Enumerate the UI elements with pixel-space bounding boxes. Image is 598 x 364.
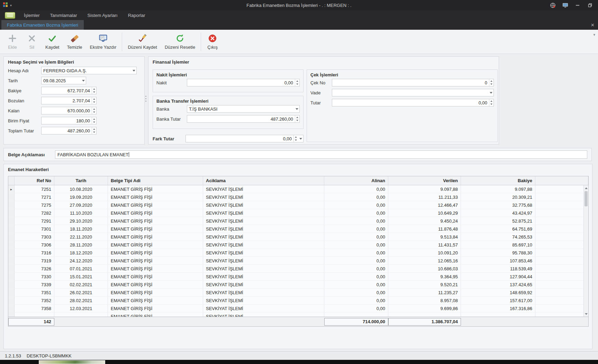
column-header-belge-tipi-adi[interactable]: Belge Tipi Adi	[108, 176, 203, 185]
cell-belge-tipi-adi: EMANET GİRİŞ FİŞİ	[108, 233, 203, 241]
display-icon[interactable]	[562, 2, 568, 8]
toolbar-overflow-button[interactable]: ▾	[593, 32, 595, 37]
belge-aciklamasi-input[interactable]: FABRİKADAN BOZULAN EMANET	[55, 150, 587, 159]
grid-row-partial[interactable]: EMANET GİRİŞ FİŞİSEVKİYAT İŞLEMİ	[8, 312, 588, 317]
toolbar-button-temizle[interactable]: Temizle	[63, 31, 86, 53]
spinner-buttons[interactable]	[489, 99, 493, 106]
toolbar-button-ekle[interactable]: Ekle	[3, 31, 22, 53]
cek-tutar-spinedit[interactable]: 0,00	[332, 99, 494, 106]
spinner-buttons[interactable]	[295, 115, 299, 122]
banka-label: Banka	[156, 106, 187, 112]
hesap-adi-combobox[interactable]: FERRERO GIDA A.Ş.	[41, 67, 137, 74]
menu-item-tanimlamalar[interactable]: Tanımlamalar	[45, 10, 82, 20]
grid-row[interactable]: 735812.03.2021EMANET GİRİŞ FİŞİSEVKİYAT …	[8, 305, 588, 312]
status-version: 1.2.1.53	[5, 353, 21, 358]
toolbar-button-duzeni-kaydet[interactable]: Düzeni Kaydet	[124, 31, 161, 53]
grid-viewport: ▸725110.08.2020EMANET GİRİŞ FİŞİSEVKİYAT…	[8, 185, 588, 317]
vade-combobox[interactable]	[332, 89, 494, 96]
toolbar-button-kaydet[interactable]: Kaydet	[42, 31, 63, 53]
grid-row[interactable]: 727119.09.2020EMANET GİRİŞ FİŞİSEVKİYAT …	[8, 193, 588, 201]
column-header-verilen[interactable]: Verilen	[388, 176, 461, 185]
cell-belge-tipi-adi: EMANET GİRİŞ FİŞİ	[108, 297, 203, 304]
spinner-buttons[interactable]	[92, 127, 96, 134]
toolbar-button-ekstre-yazdir[interactable]: Ekstre Yazdır	[86, 31, 120, 53]
toolbar-button-label: Çıkış	[207, 45, 218, 50]
menu-item-raporlar[interactable]: Raporlar	[123, 10, 151, 20]
scrollbar-thumb[interactable]	[585, 191, 588, 206]
grid-vertical-scrollbar[interactable]	[583, 185, 588, 317]
chevron-down-icon[interactable]	[131, 67, 136, 74]
grid-row[interactable]: 727527.09.2020EMANET GİRİŞ FİŞİSEVKİYAT …	[8, 201, 588, 209]
spinner-buttons[interactable]	[92, 117, 96, 124]
cek-no-spinedit[interactable]: 0	[332, 79, 494, 86]
grid-row[interactable]: 735126.02.2021EMANET GİRİŞ FİŞİSEVKİYAT …	[8, 289, 588, 297]
bakiye-spinedit[interactable]: 672.707,04	[41, 87, 97, 94]
globe-icon[interactable]	[550, 2, 556, 8]
chevron-down-icon[interactable]	[298, 135, 303, 142]
grid-row[interactable]: 731618.12.2020EMANET GİRİŞ FİŞİSEVKİYAT …	[8, 249, 588, 257]
spinner-buttons[interactable]	[295, 79, 299, 86]
taskbar-thumbnail[interactable]	[39, 360, 105, 364]
cell-alinan: 0,00	[324, 185, 388, 193]
grid-row[interactable]: ▸725110.08.2020EMANET GİRİŞ FİŞİSEVKİYAT…	[8, 185, 588, 193]
grid-row[interactable]: 733015.01.2021EMANET GİRİŞ FİŞİSEVKİYAT …	[8, 273, 588, 281]
app-menu-button[interactable]	[5, 12, 15, 19]
panel-splitter[interactable]	[145, 93, 147, 104]
chevron-down-icon[interactable]	[294, 105, 299, 112]
restore-button[interactable]	[587, 2, 593, 8]
grid-row[interactable]: 732607.01.2021EMANET GİRİŞ FİŞİSEVKİYAT …	[8, 265, 588, 273]
column-header-tarih[interactable]: Tarih	[54, 176, 108, 185]
spinner-buttons[interactable]	[92, 97, 96, 104]
banka-combobox[interactable]: T.İŞ BANKASI	[187, 105, 300, 113]
scroll-down-icon[interactable]	[584, 311, 588, 317]
chevron-down-icon[interactable]	[488, 89, 493, 96]
grid-row[interactable]: 730118.11.2020EMANET GİRİŞ FİŞİSEVKİYAT …	[8, 225, 588, 233]
cell-tarih: 12.03.2021	[54, 305, 108, 312]
footer-alinan-total: 714.000,00	[324, 318, 388, 326]
cell-ref-no: 7301	[15, 225, 54, 233]
cell-ref-no: 7271	[15, 193, 54, 201]
quick-access-caret-icon[interactable]: ▾	[10, 3, 12, 7]
toplam-tutar-spinedit[interactable]: 487.260,00	[41, 127, 97, 134]
grid-row[interactable]: 729129.10.2020EMANET GİRİŞ FİŞİSEVKİYAT …	[8, 217, 588, 225]
tab-fabrika-emanetten-bozma[interactable]: Fabrika Emanetten Bozma İşlemleri	[1, 20, 84, 30]
grid-row[interactable]: 730322.11.2020EMANET GİRİŞ FİŞİSEVKİYAT …	[8, 233, 588, 241]
toolbar-button-sil[interactable]: Sil	[22, 31, 42, 53]
cell-aciklama: SEVKİYAT İŞLEMİ	[203, 257, 324, 264]
minimize-button[interactable]	[574, 2, 581, 8]
cell-tarih: 24.12.2020	[54, 257, 108, 264]
grid-row[interactable]: 731924.12.2020EMANET GİRİŞ FİŞİSEVKİYAT …	[8, 257, 588, 265]
kalan-spinedit[interactable]: 670.000,00	[41, 107, 97, 114]
grid-row[interactable]: 730628.11.2020EMANET GİRİŞ FİŞİSEVKİYAT …	[8, 241, 588, 249]
tab-close-icon[interactable]: ✕	[591, 20, 595, 30]
fark-tutar-spinedit[interactable]: 0,00	[185, 135, 303, 142]
cell-aciklama: SEVKİYAT İŞLEMİ	[203, 312, 324, 317]
column-header-aciklama[interactable]: Aciklama	[203, 176, 324, 185]
grid-row[interactable]: 735228.02.2021EMANET GİRİŞ FİŞİSEVKİYAT …	[8, 297, 588, 305]
column-header-alinan[interactable]: Alinan	[324, 176, 388, 185]
grid-row[interactable]: 733902.02.2021EMANET GİRİŞ FİŞİSEVKİYAT …	[8, 281, 588, 289]
spinner-buttons[interactable]	[92, 107, 96, 114]
toolbar-button-duzeni-resetle[interactable]: Düzeni Resetle	[161, 31, 199, 53]
grid-row[interactable]: 728211.10.2020EMANET GİRİŞ FİŞİSEVKİYAT …	[8, 209, 588, 217]
chevron-down-icon[interactable]	[81, 77, 86, 84]
column-header-ref-no[interactable]: Ref No	[15, 176, 54, 185]
cell-filler	[535, 201, 588, 209]
toolbar-button-cikis[interactable]: Çıkış	[203, 31, 222, 53]
nakit-group-title: Nakit İşlemleri	[153, 70, 303, 79]
nakit-spinedit[interactable]: 0,00	[187, 79, 300, 86]
tarih-datepicker[interactable]: 09.08.2025	[41, 77, 86, 84]
birim-fiyat-spinedit[interactable]: 180,00	[41, 117, 97, 124]
scroll-up-icon[interactable]	[584, 185, 588, 190]
tarih-label: Tarih	[8, 78, 41, 83]
column-header-bakiye[interactable]: Bakiye	[461, 176, 535, 185]
menu-item-sistem-ayarlari[interactable]: Sistem Ayarları	[82, 10, 123, 20]
bozulan-spinedit[interactable]: 2.707,04	[41, 97, 97, 104]
spinner-buttons[interactable]	[92, 87, 96, 94]
cell-verilen: 10.649,29	[388, 209, 461, 217]
spinner-buttons[interactable]	[293, 135, 298, 142]
birim-fiyat-label: Birim Fiyat	[8, 118, 41, 123]
spinner-buttons[interactable]	[489, 79, 493, 86]
banka-tutar-spinedit[interactable]: 487.260,00	[187, 115, 300, 123]
menu-item-islemler[interactable]: İşlemler	[19, 10, 45, 20]
